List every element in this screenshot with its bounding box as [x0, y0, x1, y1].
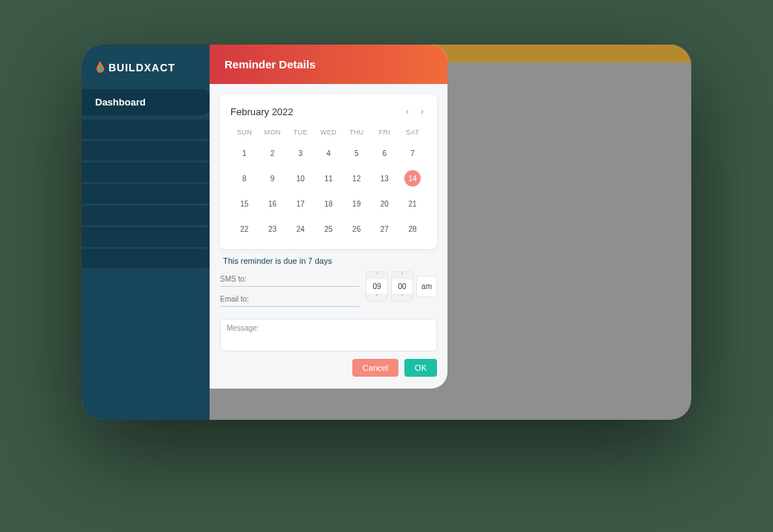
chevron-down-icon[interactable]: ˅ — [392, 293, 413, 301]
hour-value: 09 — [366, 279, 387, 293]
flame-icon — [95, 61, 106, 74]
brand-text: BUILDXACT — [109, 62, 175, 74]
sidebar-item-placeholder[interactable] — [82, 141, 210, 160]
sidebar-item-placeholder[interactable] — [82, 163, 210, 182]
calendar-day[interactable]: 24 — [286, 216, 314, 241]
calendar-day[interactable]: 3 — [286, 140, 314, 166]
sidebar-item-placeholder[interactable] — [82, 184, 210, 204]
calendar-day[interactable]: 28 — [398, 216, 427, 241]
calendar-day[interactable]: 23 — [259, 216, 287, 241]
hour-stepper[interactable]: ˄ 09 ˅ — [366, 271, 388, 302]
minute-value: 00 — [392, 279, 413, 293]
calendar-day[interactable]: 14 — [398, 166, 427, 191]
calendar-day[interactable]: 16 — [259, 191, 287, 216]
calendar-day[interactable]: 21 — [398, 191, 427, 216]
calendar-day[interactable]: 18 — [314, 191, 343, 216]
modal-title: Reminder Details — [210, 45, 447, 84]
brand-logo: BUILDXACT — [82, 61, 210, 89]
calendar-grid: SUNMONTUEWEDTHUFRISAT 123456789101112131… — [230, 126, 427, 241]
chevron-up-icon[interactable]: ˄ — [392, 272, 413, 279]
app-window: BUILDXACT Dashboard Reminder Details — [82, 45, 691, 420]
chevron-down-icon[interactable]: ˅ — [366, 293, 387, 301]
calendar-day[interactable]: 12 — [343, 166, 371, 191]
calendar-day[interactable]: 26 — [343, 216, 371, 241]
calendar-day[interactable]: 10 — [286, 166, 314, 191]
time-picker: ˄ 09 ˅ ˄ 00 ˅ am — [366, 271, 437, 302]
calendar-weekday: WED — [314, 126, 343, 140]
calendar-day[interactable]: 11 — [314, 166, 343, 191]
email-to-input[interactable] — [220, 292, 360, 307]
calendar-day[interactable]: 27 — [371, 216, 399, 241]
cancel-button[interactable]: Cancel — [352, 359, 398, 377]
chevron-up-icon[interactable]: ˄ — [366, 272, 387, 279]
calendar-weekday: MON — [259, 126, 287, 140]
calendar-day[interactable]: 4 — [314, 140, 343, 166]
sidebar-item-dashboard[interactable]: Dashboard — [82, 89, 213, 115]
calendar-weekday: TUE — [286, 126, 314, 140]
calendar-day[interactable]: 9 — [259, 166, 287, 191]
calendar-day[interactable]: 17 — [286, 191, 314, 216]
calendar-day[interactable]: 22 — [230, 216, 259, 241]
calendar-day[interactable]: 1 — [230, 140, 259, 166]
calendar-prev-icon[interactable]: ‹ — [403, 105, 412, 118]
sms-to-input[interactable] — [220, 272, 360, 287]
minute-stepper[interactable]: ˄ 00 ˅ — [391, 271, 413, 302]
calendar-day[interactable]: 6 — [371, 140, 399, 166]
calendar-day[interactable]: 2 — [259, 140, 287, 166]
calendar-day[interactable]: 20 — [371, 191, 399, 216]
message-input[interactable]: Message: — [220, 319, 437, 351]
calendar-weekday: SUN — [230, 126, 259, 140]
sidebar-item-placeholder[interactable] — [82, 227, 210, 247]
calendar-month-label: February 2022 — [230, 106, 294, 117]
sidebar-item-placeholder[interactable] — [82, 249, 210, 268]
calendar-day[interactable]: 7 — [398, 140, 427, 166]
reminder-modal: Reminder Details February 2022 ‹ › SUNMO… — [210, 45, 447, 389]
calendar-day[interactable]: 19 — [343, 191, 371, 216]
due-note: This reminder is due in 7 days — [223, 256, 434, 265]
sidebar-item-placeholder[interactable] — [82, 120, 210, 139]
sidebar-item-placeholder[interactable] — [82, 206, 210, 225]
ok-button[interactable]: OK — [404, 359, 437, 377]
ampm-toggle[interactable]: am — [416, 276, 437, 297]
main-area: Reminder Details February 2022 ‹ › SUNMO… — [210, 45, 691, 420]
calendar-day[interactable]: 5 — [343, 140, 371, 166]
calendar-day[interactable]: 8 — [230, 166, 259, 191]
calendar-weekday: SAT — [398, 126, 427, 140]
calendar-day[interactable]: 25 — [314, 216, 343, 241]
calendar-day[interactable]: 15 — [230, 191, 259, 216]
calendar: February 2022 ‹ › SUNMONTUEWEDTHUFRISAT … — [220, 94, 437, 249]
calendar-weekday: FRI — [371, 126, 399, 140]
calendar-next-icon[interactable]: › — [418, 105, 427, 118]
sidebar: BUILDXACT Dashboard — [82, 45, 210, 420]
calendar-day[interactable]: 13 — [371, 166, 399, 191]
calendar-weekday: THU — [343, 126, 371, 140]
